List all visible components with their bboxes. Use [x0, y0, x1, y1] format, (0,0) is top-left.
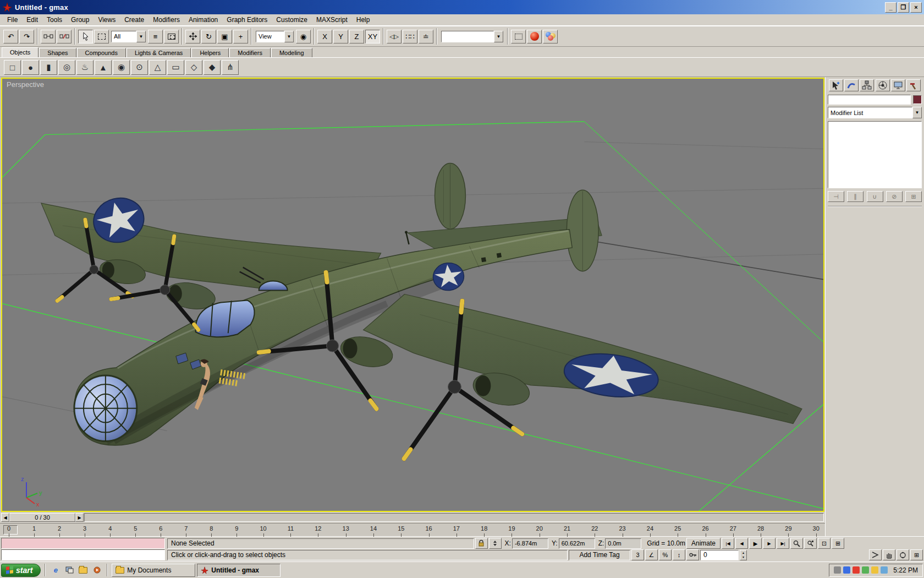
time-slider-left-arrow[interactable]: ◀ [1, 513, 9, 522]
track-bar[interactable]: 0123456789101112131415161718192021222324… [0, 523, 825, 536]
menu-item[interactable]: Graph Editors [222, 15, 272, 25]
torus-icon[interactable]: ◎ [58, 60, 75, 75]
menu-item[interactable]: Tools [42, 15, 67, 25]
listener-macro-row[interactable] [1, 538, 165, 549]
frame-spinner[interactable]: ▲▼ [740, 550, 747, 560]
field-of-view-button[interactable] [869, 549, 882, 560]
configure-modifier-sets-button[interactable]: ⊞ [905, 191, 922, 202]
tab-objects[interactable]: Objects [2, 47, 38, 57]
zoom-all-button[interactable] [804, 538, 817, 549]
geosphere-icon[interactable]: ◉ [113, 60, 130, 75]
task-untitled-gmax[interactable]: Untitled - gmax [197, 564, 280, 577]
tray-display-icon[interactable] [881, 566, 888, 574]
restrict-z-button[interactable]: Z [349, 30, 364, 43]
chevron-down-icon[interactable]: ▼ [284, 31, 294, 42]
make-unique-button[interactable]: ∪ [867, 191, 883, 202]
plane-icon[interactable]: ▭ [167, 60, 184, 75]
material-editor-button[interactable] [527, 30, 542, 43]
tripatch-icon[interactable]: ◆ [204, 60, 221, 75]
tray-update-icon[interactable] [862, 566, 869, 574]
teapot-icon[interactable]: ♨ [76, 60, 94, 75]
use-pivot-point-center-button[interactable]: ◉ [296, 30, 311, 43]
box-icon[interactable]: □ [4, 60, 21, 75]
material-navigator-button[interactable] [543, 30, 558, 43]
utilities-tab[interactable] [906, 79, 921, 91]
quicklaunch-documents-icon[interactable] [77, 564, 89, 576]
reference-coordinate-system-combo[interactable]: View ▼ [256, 31, 294, 42]
bones-icon[interactable]: ⋔ [222, 60, 239, 75]
key-mode-toggle[interactable] [686, 549, 699, 560]
min-max-viewport-toggle[interactable]: ⊞ [910, 549, 923, 560]
menu-item[interactable]: Edit [22, 15, 42, 25]
quadpatch-icon[interactable]: ◇ [185, 60, 202, 75]
cone-icon[interactable]: ▲ [95, 60, 112, 75]
hierarchy-tab[interactable] [860, 79, 874, 91]
minimize-button[interactable]: _ [885, 2, 897, 13]
tray-messenger-icon[interactable] [871, 566, 878, 574]
redo-button[interactable]: ↷ [19, 30, 34, 43]
quicklaunch-ie-icon[interactable]: e [50, 564, 62, 576]
chevron-down-icon[interactable]: ▼ [494, 31, 503, 42]
sphere-icon[interactable]: ● [22, 60, 39, 75]
chevron-down-icon[interactable]: ▼ [136, 31, 146, 42]
restrict-x-button[interactable]: X [317, 30, 332, 43]
modifier-list-dropdown[interactable]: Modifier List ▼ [828, 107, 922, 118]
display-tab[interactable] [891, 79, 905, 91]
named-selection-sets-combo[interactable]: ▼ [441, 31, 503, 42]
menu-item[interactable]: Help [352, 15, 375, 25]
restrict-y-button[interactable]: Y [333, 30, 348, 43]
tab-helpers[interactable]: Helpers [191, 48, 229, 57]
window-crossing-toggle[interactable] [164, 30, 179, 43]
menu-item[interactable]: Customize [272, 15, 312, 25]
next-frame-button[interactable]: ▶ [763, 538, 776, 549]
array-button[interactable]: ∷∷ [403, 30, 417, 43]
start-button[interactable]: start [1, 564, 41, 577]
tab-modeling[interactable]: Modeling [271, 48, 312, 57]
zoom-button[interactable] [790, 538, 803, 549]
previous-frame-button[interactable]: ◀ [735, 538, 748, 549]
current-frame-field[interactable]: 0 [700, 550, 739, 560]
quicklaunch-show-desktop-icon[interactable] [63, 564, 75, 576]
listener-script-row[interactable] [1, 549, 165, 560]
tab-shapes[interactable]: Shapes [39, 48, 76, 57]
aircraft-model[interactable] [41, 163, 802, 459]
select-by-name-button[interactable]: ≡ [148, 30, 163, 43]
restrict-xy-plane-button[interactable]: XY [365, 30, 380, 43]
tray-antivirus-icon[interactable] [853, 566, 860, 574]
menu-item[interactable]: Animation [184, 15, 222, 25]
angle-snap-toggle[interactable]: ∠ [645, 549, 658, 560]
task-my-documents[interactable]: My Documents [112, 564, 195, 577]
pan-button[interactable] [883, 549, 895, 560]
go-to-start-button[interactable]: |◀ [722, 538, 734, 549]
unlink-selection-button[interactable] [57, 30, 72, 43]
menu-item[interactable]: Create [120, 15, 148, 25]
modifier-stack-list[interactable] [828, 121, 922, 188]
cylinder-icon[interactable]: ▮ [40, 60, 57, 75]
tab-compounds[interactable]: Compounds [77, 48, 126, 57]
select-object-button[interactable] [78, 30, 93, 43]
pin-stack-button[interactable]: ⊣ [828, 191, 844, 202]
select-and-link-button[interactable] [41, 30, 56, 43]
animate-button[interactable]: Animate [686, 538, 721, 549]
rectangular-selection-region-button[interactable] [94, 30, 109, 43]
time-slider-track[interactable] [84, 513, 824, 522]
zoom-extents-all-button[interactable]: ⊞ [832, 538, 844, 549]
show-end-result-button[interactable]: ∥ [847, 191, 864, 202]
viewport-label[interactable]: Perspective [7, 80, 44, 89]
play-button[interactable]: ▶ [749, 538, 762, 549]
maximize-button[interactable]: ❒ [898, 2, 909, 13]
go-to-end-button[interactable]: ▶| [777, 538, 789, 549]
menu-item[interactable]: Modifiers [148, 15, 184, 25]
remove-modifier-button[interactable]: ⊘ [886, 191, 903, 202]
snap-toggle-3d[interactable]: 3 [631, 549, 644, 560]
zoom-extents-button[interactable]: ⊡ [818, 538, 831, 549]
close-button[interactable]: × [910, 2, 922, 13]
percent-snap-toggle[interactable]: % [659, 549, 672, 560]
tube-icon[interactable]: ⊙ [131, 60, 148, 75]
perspective-viewport[interactable]: Perspective [1, 78, 824, 512]
undo-button[interactable]: ↶ [3, 30, 18, 43]
time-slider-right-arrow[interactable]: ▶ [75, 513, 84, 522]
select-and-rotate-button[interactable]: ↻ [201, 30, 216, 43]
object-color-swatch[interactable] [913, 95, 922, 104]
menu-item[interactable]: Group [67, 15, 94, 25]
